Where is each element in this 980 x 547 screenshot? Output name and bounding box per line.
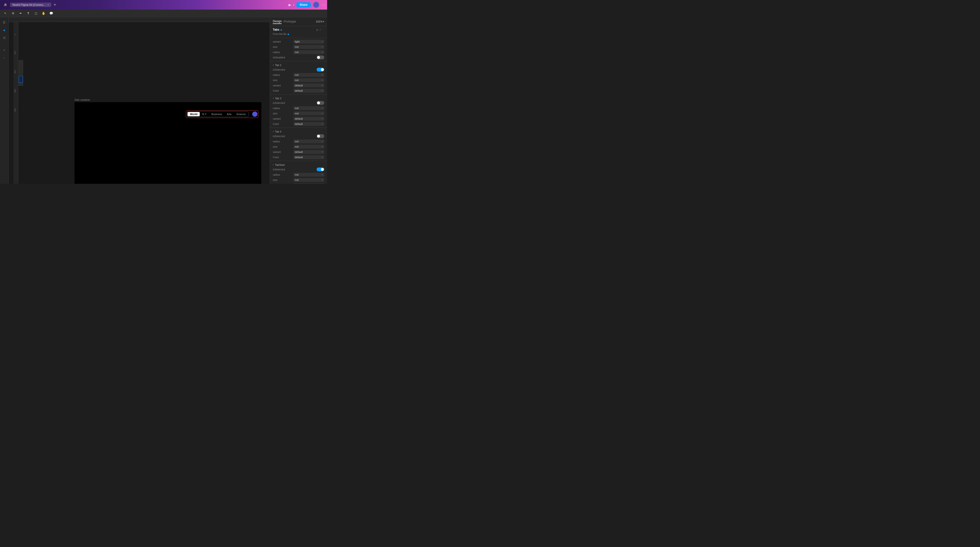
canvas-area[interactable]: -350 -300 -250 -200 -150 -100 -50 0 50 1… [9,17,270,184]
tab3-header: ▾ Tab 3 [270,95,327,100]
avatar[interactable] [313,2,320,8]
tabStart-isSelected-label: isSelected [273,168,315,171]
tabStart-size-dropdown[interactable]: md ▾ [293,178,324,182]
tab2-radius-row: radius md ▾ [270,72,327,78]
tabs-avatar-icon[interactable]: 👤 [252,111,258,117]
file-tab[interactable]: NextUI Figma Kit (Community) (... × [10,3,51,7]
toolbar2: ↖ ⊞ ✒ T ◻ ✋ 💬 [0,10,327,17]
collapse-icon[interactable]: ▾ [273,64,274,66]
zoom-out-icon[interactable]: − [1,55,8,61]
tab-science[interactable]: Science [234,112,248,116]
tab2-size-dropdown[interactable]: md ▾ [293,78,324,82]
tab3-isSelected-toggle[interactable] [317,101,324,105]
tab-design[interactable]: Design [273,19,282,24]
size-dropdown[interactable]: md ▾ [293,45,324,49]
more-menu-icon[interactable]: ⋯ [321,3,325,7]
layer-thumb[interactable] [19,60,23,75]
component-title: Tabs [273,28,279,31]
layer-thumb[interactable] [19,83,23,86]
tab3-color-dropdown[interactable]: default ▾ [293,122,324,126]
tab-arts[interactable]: Arts [224,112,234,116]
pages-icon[interactable]: ⊡ [1,35,8,41]
tab2-section: ▾ Tab 2 isSelected radius md ▾ size md ▾ [270,62,327,93]
chevron-down-icon: ▾ [321,146,323,148]
tab3-size-dropdown[interactable]: md ▾ [293,111,324,115]
tab-business[interactable]: Business [209,112,224,116]
figma-logo[interactable] [2,2,9,8]
tab2-radius-label: radius [273,73,292,76]
share-button[interactable]: Share [296,2,311,8]
isDisabled-row: isDisabled [270,55,327,60]
tabStart-isSelected-toggle[interactable] [317,168,324,171]
frame-tool[interactable]: ⊞ [10,10,16,17]
tab2-variant-row: variant default ▾ [270,83,327,88]
collapse-icon[interactable]: ▾ [273,130,274,133]
text-tool[interactable]: T [25,10,32,17]
collapse-icon[interactable]: ▾ [273,97,274,100]
tab-world[interactable]: World [188,112,200,116]
component-link-icon[interactable]: ◈ [280,28,282,31]
isDisabled-toggle[interactable] [317,55,324,59]
tab2-isSelected-row: isSelected [270,67,327,72]
chevron-down-icon: ▾ [321,173,323,176]
tabStart-variant-row: variant default ▾ [270,182,327,184]
tab2-radius-dropdown[interactable]: md ▾ [293,73,324,77]
tab-prototype[interactable]: Prototype [283,19,296,24]
tabStart-size-label: size [273,179,292,181]
tab3-radius-dropdown[interactable]: md ▾ [293,106,324,110]
tabStart-radius-dropdown[interactable]: md ▾ [293,173,324,177]
tab3-isSelected-label: isSelected [273,101,315,104]
tab3-variant-dropdown[interactable]: default ▾ [293,117,324,120]
hand-tool[interactable]: ✋ [40,10,47,17]
divider [270,94,327,95]
tab4-color-dropdown[interactable]: default ▾ [293,155,324,159]
chevron-down-icon: ▾ [321,107,323,109]
tab2-variant-dropdown[interactable]: default ▾ [293,84,324,87]
tab3-color-row: Color default ▾ [270,121,327,127]
close-icon[interactable]: × [48,3,49,6]
tab2-isSelected-toggle[interactable] [317,68,324,71]
tab4-size-dropdown[interactable]: md ▾ [293,145,324,149]
tab4-isSelected-label: isSelected [273,135,315,138]
tabStart-section: ▾ TabStart isSelected radius md ▾ size m… [270,162,327,184]
move-tool[interactable]: ↖ [2,10,9,17]
tab4-size-row: size md ▾ [270,144,327,149]
detach-icon[interactable]: ⊞ [316,29,318,31]
assets-icon[interactable]: ◈ [1,27,8,33]
tab4-isSelected-toggle[interactable] [317,134,324,138]
tab2-header: ▾ Tab 2 [270,62,327,67]
layers-icon[interactable]: ☰ [1,19,8,26]
component-options-icon[interactable]: ⋯ [283,29,285,31]
chevron-down-icon: ▾ [321,179,323,181]
tab2-color-label: Color [273,89,292,92]
collapse-icon[interactable]: ▾ [273,164,274,166]
ruler-top: -350 -300 -250 -200 -150 -100 -50 0 50 1… [9,17,270,22]
play-button[interactable]: ▶ [289,3,291,7]
more-options-icon[interactable]: ⋯ [322,29,324,31]
tab4-isSelected-row: isSelected [270,133,327,139]
radius-label: radius [273,51,292,54]
diamond-icon[interactable]: ◆ [287,33,289,35]
zoom-in-icon[interactable]: + [1,47,8,54]
tab-ny[interactable]: N.Y [200,112,209,116]
go-to-main-icon[interactable]: ↗ [319,29,321,31]
tabStart-isSelected-row: isSelected [270,167,327,172]
pen-tool[interactable]: ✒ [17,10,24,17]
tab3-radius-row: radius md ▾ [270,106,327,111]
comment-tool[interactable]: 💬 [48,10,55,17]
chevron-down-icon[interactable]: ▾ [293,3,294,6]
tabStart-variant-dropdown[interactable]: default ▾ [293,183,324,184]
tab4-radius-dropdown[interactable]: md ▾ [293,140,324,143]
variant-dropdown[interactable]: light ▾ [293,40,324,44]
add-tab-button[interactable]: + [52,2,57,8]
tab4-variant-dropdown[interactable]: default ▾ [293,150,324,154]
dark-container-label: Dark container [75,98,90,101]
chevron-down-icon: ▾ [321,79,323,81]
canvas-content[interactable]: 0 100 200 300 400 Dark container [13,22,270,184]
left-icon-panel: ☰ ◈ ⊡ + − [0,17,9,184]
radius-dropdown[interactable]: md ▾ [293,50,324,54]
tab2-color-dropdown[interactable]: default ▾ [293,89,324,93]
chevron-down-icon[interactable]: ▾ [323,21,324,23]
shape-tool[interactable]: ◻ [33,10,39,17]
layer-thumb-selected[interactable] [19,76,23,83]
